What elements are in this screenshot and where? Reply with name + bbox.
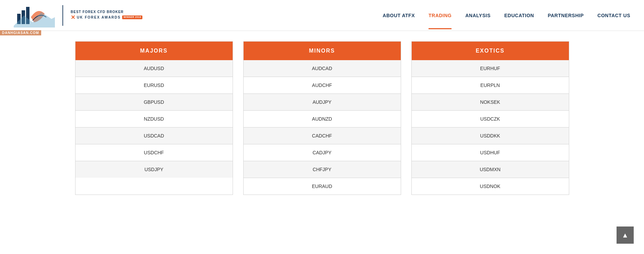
table-row[interactable]: USDCZK <box>412 111 569 128</box>
table-row[interactable]: GBPUSD <box>75 94 233 111</box>
exotics-header: EXOTICS <box>412 42 569 60</box>
header: BEST FOREX CFD BROKER ✕ UK FOREX AWARDS … <box>0 0 644 31</box>
table-row[interactable]: USDCAD <box>75 128 233 144</box>
table-row[interactable]: EURHUF <box>412 60 569 77</box>
watermark: DANHGIASAN.COM <box>0 30 41 35</box>
award-text: BEST FOREX CFD BROKER ✕ UK FOREX AWARDS … <box>71 10 142 21</box>
cross-icon: ✕ <box>71 14 75 21</box>
main-nav: ABOUT ATFX TRADING ANALYSIS EDUCATION PA… <box>383 2 630 29</box>
table-row[interactable]: USDHUF <box>412 144 569 161</box>
nav-analysis[interactable]: ANALYSIS <box>465 2 491 29</box>
table-row[interactable]: EURUSD <box>75 77 233 94</box>
majors-header: MAJORS <box>75 42 233 60</box>
main-content: MAJORS AUDUSD EURUSD GBPUSD NZDUSD USDCA… <box>0 31 644 209</box>
table-row[interactable]: NZDUSD <box>75 111 233 128</box>
table-row[interactable]: CHFJPY <box>244 161 401 178</box>
table-row[interactable]: USDDKK <box>412 128 569 144</box>
table-row[interactable]: USDJPY <box>75 161 233 178</box>
table-row[interactable]: EURPLN <box>412 77 569 94</box>
table-row[interactable]: USDNOK <box>412 178 569 195</box>
table-row[interactable]: AUDCHF <box>244 77 401 94</box>
award-line1: BEST FOREX CFD BROKER <box>71 10 142 14</box>
nav-contact[interactable]: CONTACT US <box>597 2 630 29</box>
table-row[interactable]: CADJPY <box>244 144 401 161</box>
nav-partnership[interactable]: PARTNERSHIP <box>548 2 584 29</box>
logo-graphic <box>14 3 55 27</box>
minors-table: MINORS AUDCAD AUDCHF AUDJPY AUDNZD CADCH… <box>243 41 401 195</box>
table-row[interactable]: USDCHF <box>75 144 233 161</box>
uk-forex-label: UK FOREX AWARDS <box>77 15 121 20</box>
table-row[interactable]: AUDJPY <box>244 94 401 111</box>
minors-header: MINORS <box>244 42 401 60</box>
logo-divider <box>62 5 63 26</box>
table-row[interactable]: NOKSEK <box>412 94 569 111</box>
table-row[interactable]: USDMXN <box>412 161 569 178</box>
nav-about[interactable]: ABOUT ATFX <box>383 2 415 29</box>
winner-badge: WINNER 2018 <box>122 15 142 19</box>
nav-education[interactable]: EDUCATION <box>504 2 534 29</box>
exotics-table: EXOTICS EURHUF EURPLN NOKSEK USDCZK USDD… <box>411 41 569 195</box>
table-row[interactable]: AUDNZD <box>244 111 401 128</box>
table-row[interactable]: EURAUD <box>244 178 401 195</box>
nav-trading[interactable]: TRADING <box>429 2 452 29</box>
logo-area: BEST FOREX CFD BROKER ✕ UK FOREX AWARDS … <box>14 3 142 27</box>
majors-table: MAJORS AUDUSD EURUSD GBPUSD NZDUSD USDCA… <box>75 41 233 195</box>
table-row[interactable]: CADCHF <box>244 128 401 144</box>
table-row[interactable]: AUDCAD <box>244 60 401 77</box>
table-row[interactable]: AUDUSD <box>75 60 233 77</box>
uk-forex-row: ✕ UK FOREX AWARDS WINNER 2018 <box>71 14 142 21</box>
